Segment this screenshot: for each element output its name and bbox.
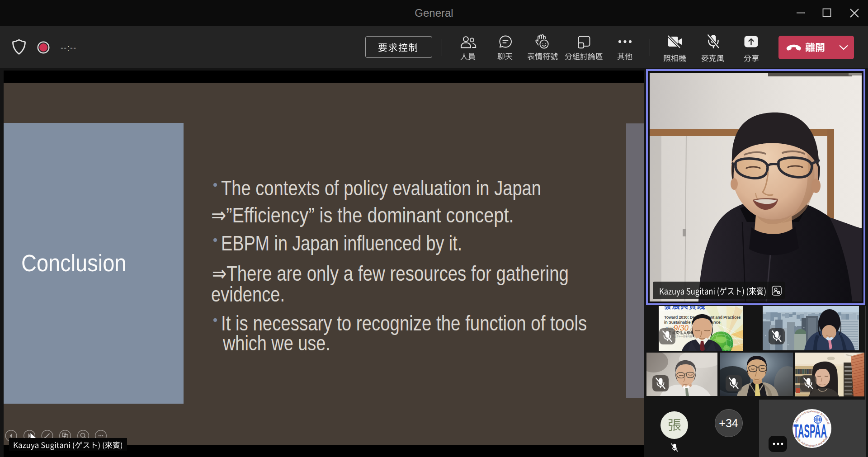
svg-text:TASPAA: TASPAA (793, 420, 827, 442)
